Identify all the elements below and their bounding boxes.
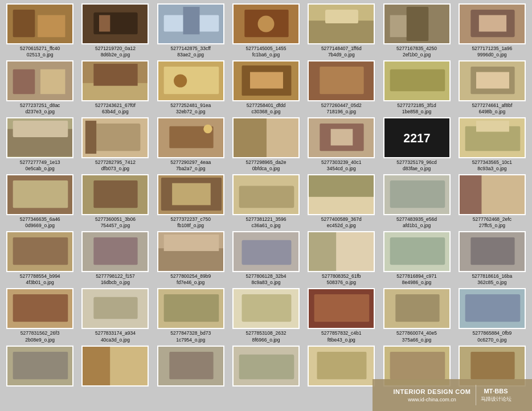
thumbnail-image[interactable] <box>308 288 375 329</box>
list-item[interactable]: 5271219720_0a12 8d6b2e_o.jpg <box>79 3 152 58</box>
thumbnail-image[interactable] <box>81 174 149 215</box>
list-item[interactable]: 5277346635_6a46 0d9669_o.jpg <box>3 174 76 229</box>
thumbnail-image[interactable] <box>232 3 300 44</box>
thumbnail-image[interactable] <box>81 231 149 272</box>
thumbnail-image[interactable] <box>6 174 73 215</box>
list-item[interactable]: 5277400589_367d ec452d_o.jpg <box>305 174 378 229</box>
thumbnail-image[interactable] <box>6 60 73 101</box>
list-item[interactable]: 5277298965_da2e 0bfdca_o.jpg <box>230 117 302 172</box>
thumbnail-label: 5277816894_c971 8e4986_o.jpg <box>396 273 436 286</box>
list-item[interactable]: 5277860074_40e5 375a66_o.jpg <box>380 288 453 343</box>
thumbnail-image[interactable] <box>308 117 375 158</box>
list-item[interactable]: 5277243621_67f0f 63b4d_o.jpg <box>79 60 152 115</box>
list-item[interactable]: 5277788554_b994 4f3b01_o.jpg <box>3 231 76 286</box>
thumbnail-image[interactable] <box>157 3 224 44</box>
thumbnail-image[interactable] <box>308 231 375 272</box>
thumbnail-image[interactable] <box>232 174 300 215</box>
svg-rect-37 <box>390 69 445 92</box>
watermark-bbs-sub: 马蹄设计论坛 <box>481 396 511 403</box>
list-item[interactable] <box>154 346 227 388</box>
thumbnail-image[interactable] <box>81 288 149 329</box>
list-item[interactable]: 5277252481_91ea 32eb72_o.jpg <box>154 60 227 115</box>
list-item[interactable]: 5277272185_3f1d 1be858_o.jpg <box>380 60 453 115</box>
thumbnail-image[interactable] <box>6 231 73 272</box>
list-item[interactable]: 5277142875_33cff 83ae2_o.jpg <box>154 3 227 58</box>
thumbnail-image[interactable] <box>383 60 451 101</box>
list-item[interactable]: 5277808352_61fb 508376_o.jpg <box>305 231 378 286</box>
thumbnail-image[interactable] <box>157 288 224 329</box>
list-item[interactable]: 5277372237_c750 fb108f_o.jpg <box>154 174 227 229</box>
thumbnail-image[interactable] <box>232 231 300 272</box>
thumbnail-image[interactable] <box>459 288 526 329</box>
list-item[interactable]: 5277853108_2632 8f6966_o.jpg <box>230 288 302 343</box>
thumbnail-image[interactable] <box>157 231 224 272</box>
thumbnail-image[interactable] <box>157 60 224 101</box>
list-item[interactable]: 5277274661_af8bf 6498b_o.jpg <box>456 60 529 115</box>
list-item[interactable]: 5277381221_3596 c36a61_o.jpg <box>230 174 302 229</box>
thumbnail-label: 5277167835_4250 2ef1b0_o.jpg <box>396 46 437 58</box>
list-item[interactable]: 5277237251_d8ac d237e3_o.jpg <box>3 60 76 115</box>
thumbnail-image[interactable] <box>383 288 451 329</box>
list-item[interactable]: 5277857832_c4b1 f8be43_o.jpg <box>305 288 378 343</box>
thumbnail-image[interactable] <box>459 3 526 44</box>
list-item[interactable]: 5277282795_7412 dfb073_o.jpg <box>79 117 152 172</box>
list-item[interactable]: 5277343565_10c1 8c93a3_o.jpg <box>456 117 529 172</box>
thumbnail-image[interactable] <box>6 288 73 329</box>
thumbnail-image[interactable] <box>459 60 526 101</box>
list-item[interactable]: 5277277749_1e13 0e5cab_o.jpg <box>3 117 76 172</box>
thumbnail-image[interactable] <box>232 60 300 101</box>
thumbnail-image[interactable] <box>157 117 224 158</box>
thumbnail-image[interactable] <box>81 3 149 44</box>
thumbnail-image[interactable] <box>383 174 451 215</box>
list-item[interactable]: 5277148407_1ff6d 7b4d9_o.jpg <box>305 3 378 58</box>
list-item[interactable] <box>79 346 152 388</box>
thumbnail-image[interactable] <box>6 3 73 44</box>
thumbnail-image[interactable] <box>308 346 375 387</box>
list-item[interactable]: 5277816894_c971 8e4986_o.jpg <box>380 231 453 286</box>
list-item[interactable]: 5277145005_1455 fc1ba6_o.jpg <box>230 3 302 58</box>
thumbnail-image[interactable]: 2217 <box>383 117 451 158</box>
list-item[interactable]: 5277833174_a934 40ca3d_o.jpg <box>79 288 152 343</box>
thumbnail-image[interactable] <box>157 346 224 387</box>
list-item[interactable]: 5270615271_ffc40 02513_o.jpg <box>3 3 76 58</box>
thumbnail-image[interactable] <box>459 174 526 215</box>
thumbnail-image[interactable] <box>459 231 526 272</box>
list-item[interactable]: 5277483935_e56d afd1b1_o.jpg <box>380 174 453 229</box>
list-item[interactable]: 5277167835_4250 2ef1b0_o.jpg <box>380 3 453 58</box>
thumbnail-image[interactable] <box>81 60 149 101</box>
list-item[interactable]: 5277806128_32b4 8c9a83_o.jpg <box>230 231 302 286</box>
thumbnail-image[interactable] <box>232 117 300 158</box>
thumbnail-image[interactable] <box>308 60 375 101</box>
list-item[interactable] <box>230 346 302 388</box>
list-item[interactable]: 5277258401_dfdd c30368_o.jpg <box>230 60 302 115</box>
thumbnail-image[interactable] <box>383 3 451 44</box>
thumbnail-image[interactable] <box>157 174 224 215</box>
list-item[interactable]: 5277290297_4eaa 7ba2a7_o.jpg <box>154 117 227 172</box>
list-item[interactable]: 5277865884_0fb9 0c6270_o.jpg <box>456 288 529 343</box>
list-item[interactable]: 5277360051_3b06 754457_o.jpg <box>79 174 152 229</box>
thumbnail-image[interactable] <box>6 117 73 158</box>
thumbnail-image[interactable] <box>232 346 300 387</box>
list-item[interactable]: 5277762468_2efc 27ffc5_o.jpg <box>456 174 529 229</box>
list-item[interactable]: 5277260447_05d2 718196_o.jpg <box>305 60 378 115</box>
list-item[interactable] <box>3 346 76 388</box>
svg-rect-52 <box>267 118 298 158</box>
svg-rect-120 <box>317 351 367 379</box>
list-item[interactable]: 5277171235_1a96 9996d0_o.jpg <box>456 3 529 58</box>
list-item[interactable] <box>305 346 378 388</box>
list-item[interactable]: 5277800254_89b9 fd7e46_o.jpg <box>154 231 227 286</box>
thumbnail-image[interactable] <box>308 174 375 215</box>
thumbnail-image[interactable] <box>81 346 149 387</box>
list-item[interactable]: 5277798122_f157 16dbcb_o.jpg <box>79 231 152 286</box>
thumbnail-image[interactable] <box>81 117 149 158</box>
list-item[interactable]: 5277847328_bd73 1c7954_o.jpg <box>154 288 227 343</box>
thumbnail-image[interactable] <box>232 288 300 329</box>
thumbnail-image[interactable] <box>6 346 73 387</box>
thumbnail-image[interactable] <box>308 3 375 44</box>
list-item[interactable]: 5277818616_16ba 362c85_o.jpg <box>456 231 529 286</box>
thumbnail-image[interactable] <box>383 231 451 272</box>
list-item[interactable]: 22175277325179_96cd d83fae_o.jpg <box>380 117 453 172</box>
list-item[interactable]: 5277831562_26f3 2b08e9_o.jpg <box>3 288 76 343</box>
list-item[interactable]: 5277303239_40c1 3454cd_o.jpg <box>305 117 378 172</box>
thumbnail-image[interactable] <box>459 117 526 158</box>
